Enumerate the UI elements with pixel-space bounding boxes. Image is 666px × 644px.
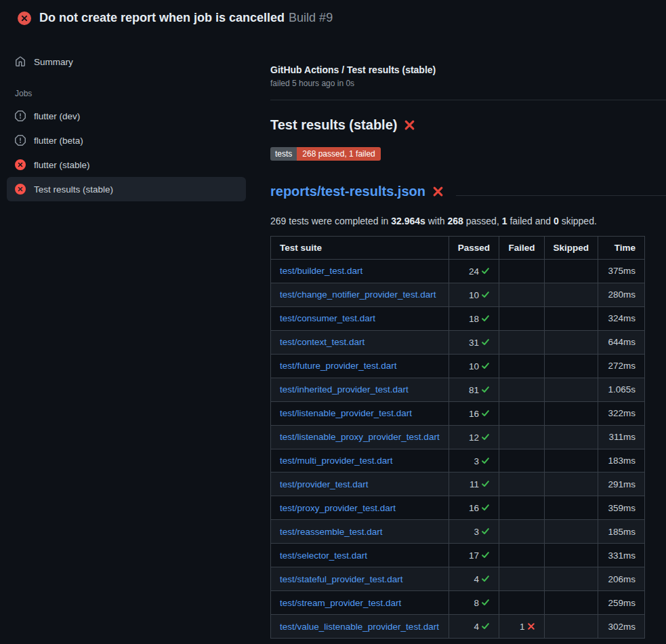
table-row: test/listenable_provider_test.dart16322m… — [271, 401, 645, 425]
skipped-cell — [544, 520, 598, 544]
time-cell: 375ms — [598, 260, 645, 283]
sidebar-job-item[interactable]: flutter (stable) — [7, 153, 246, 177]
home-icon — [15, 56, 26, 67]
test-suite-link[interactable]: test/reassemble_test.dart — [280, 527, 383, 537]
sidebar-summary-label: Summary — [34, 57, 73, 67]
table-row: test/value_listenable_provider_test.dart… — [271, 615, 645, 639]
table-row: test/provider_test.dart11291ms — [271, 472, 645, 496]
sidebar-job-item[interactable]: flutter (beta) — [7, 128, 246, 153]
test-suite-link[interactable]: test/multi_provider_test.dart — [280, 456, 393, 466]
check-icon — [481, 361, 490, 370]
test-suite-link[interactable]: test/value_listenable_provider_test.dart — [280, 622, 439, 632]
sidebar-item-summary[interactable]: Summary — [7, 49, 246, 74]
table-row: test/inherited_provider_test.dart811.065… — [271, 378, 645, 401]
count-value: 18 — [469, 314, 479, 324]
count-value: 81 — [469, 385, 479, 395]
report-file-link[interactable]: reports/test-results.json — [270, 184, 425, 199]
check-icon — [481, 385, 490, 394]
check-icon — [481, 266, 490, 275]
column-header-passed: Passed — [449, 237, 499, 260]
skipped-cell — [544, 378, 598, 401]
heading-rule — [456, 195, 666, 196]
failed-cell — [499, 354, 544, 378]
test-suite-link[interactable]: test/builder_test.dart — [280, 266, 362, 276]
summary-skipped-count: 0 — [554, 216, 559, 226]
test-suite-link[interactable]: test/future_provider_test.dart — [280, 361, 397, 371]
failed-cell — [499, 425, 544, 449]
column-header-time: Time — [598, 237, 645, 260]
failed-cell — [499, 330, 544, 354]
test-suite-link[interactable]: test/provider_test.dart — [280, 479, 369, 489]
time-cell: 272ms — [598, 354, 645, 378]
test-suite-link[interactable]: test/selector_test.dart — [280, 550, 367, 561]
time-cell: 644ms — [598, 330, 645, 354]
test-suite-link[interactable]: test/inherited_provider_test.dart — [280, 384, 409, 395]
check-icon — [481, 479, 490, 488]
passed-cell: 31 — [449, 330, 499, 354]
skipped-cell — [544, 260, 598, 283]
passed-cell: 81 — [449, 378, 499, 401]
count-value: 10 — [469, 290, 479, 300]
test-suite-link[interactable]: test/context_test.dart — [280, 337, 365, 347]
summary-text: with — [425, 216, 448, 226]
count-value: 4 — [474, 574, 479, 584]
passed-cell: 8 — [449, 591, 499, 615]
test-suite-link[interactable]: test/stream_provider_test.dart — [280, 598, 401, 608]
test-suite-link[interactable]: test/change_notifier_provider_test.dart — [280, 289, 436, 300]
check-icon — [481, 527, 490, 536]
test-suite-cell: test/consumer_test.dart — [271, 306, 449, 330]
summary-text: skipped. — [559, 216, 597, 226]
table-row: test/stateful_provider_test.dart4206ms — [271, 567, 645, 591]
time-cell: 322ms — [598, 401, 645, 425]
x-circle-fail-icon — [15, 159, 26, 170]
sidebar-job-label: flutter (dev) — [34, 111, 80, 121]
sidebar-job-label: flutter (beta) — [34, 136, 83, 146]
test-suite-link[interactable]: test/stateful_provider_test.dart — [280, 574, 403, 584]
time-cell: 291ms — [598, 472, 645, 496]
check-icon — [481, 314, 490, 323]
badge-label: tests — [270, 147, 297, 161]
passed-cell: 10 — [449, 283, 499, 306]
time-cell: 185ms — [598, 520, 645, 544]
test-suite-link[interactable]: test/listenable_proxy_provider_test.dart — [280, 432, 440, 442]
skipped-cell — [544, 567, 598, 591]
table-row: test/builder_test.dart24375ms — [271, 260, 645, 283]
test-suite-cell: test/proxy_provider_test.dart — [271, 496, 449, 520]
table-header-row: Test suite Passed Failed Skipped Time — [271, 237, 645, 260]
test-suite-cell: test/change_notifier_provider_test.dart — [271, 283, 449, 306]
test-suite-cell: test/provider_test.dart — [271, 472, 449, 496]
sidebar-jobs-list: flutter (dev)flutter (beta)flutter (stab… — [7, 104, 246, 201]
skipped-cell — [544, 425, 598, 449]
check-icon — [481, 456, 490, 465]
sidebar-job-item[interactable]: Test results (stable) — [7, 177, 246, 201]
x-circle-fail-icon — [18, 12, 31, 25]
cancelled-stop-icon — [15, 110, 26, 121]
check-icon — [481, 550, 490, 559]
failed-cell — [499, 260, 544, 283]
passed-cell: 3 — [449, 449, 499, 472]
results-table-body: test/builder_test.dart24375mstest/change… — [271, 260, 645, 639]
column-header-test-suite: Test suite — [271, 237, 449, 260]
results-table: Test suite Passed Failed Skipped Time te… — [270, 236, 645, 639]
run-meta: failed 5 hours ago in 0s — [270, 79, 666, 88]
sidebar-job-item[interactable]: flutter (dev) — [7, 104, 246, 128]
time-cell: 324ms — [598, 306, 645, 330]
failed-cell — [499, 449, 544, 472]
x-circle-fail-icon — [15, 184, 26, 195]
test-suite-link[interactable]: test/consumer_test.dart — [280, 313, 375, 323]
test-suite-cell: test/stream_provider_test.dart — [271, 591, 449, 615]
passed-cell: 12 — [449, 425, 499, 449]
count-value: 16 — [469, 503, 479, 513]
count-value: 4 — [474, 622, 479, 632]
failed-cell: 1 — [499, 615, 544, 639]
failed-cell — [499, 283, 544, 306]
test-suite-link[interactable]: test/listenable_provider_test.dart — [280, 408, 412, 418]
check-icon — [481, 338, 490, 346]
test-suite-link[interactable]: test/proxy_provider_test.dart — [280, 503, 396, 513]
passed-cell: 10 — [449, 354, 499, 378]
summary-text: passed, — [463, 216, 502, 226]
skipped-cell — [544, 449, 598, 472]
divider — [270, 100, 666, 100]
failed-cell — [499, 378, 544, 401]
sidebar-job-label: Test results (stable) — [34, 184, 113, 195]
